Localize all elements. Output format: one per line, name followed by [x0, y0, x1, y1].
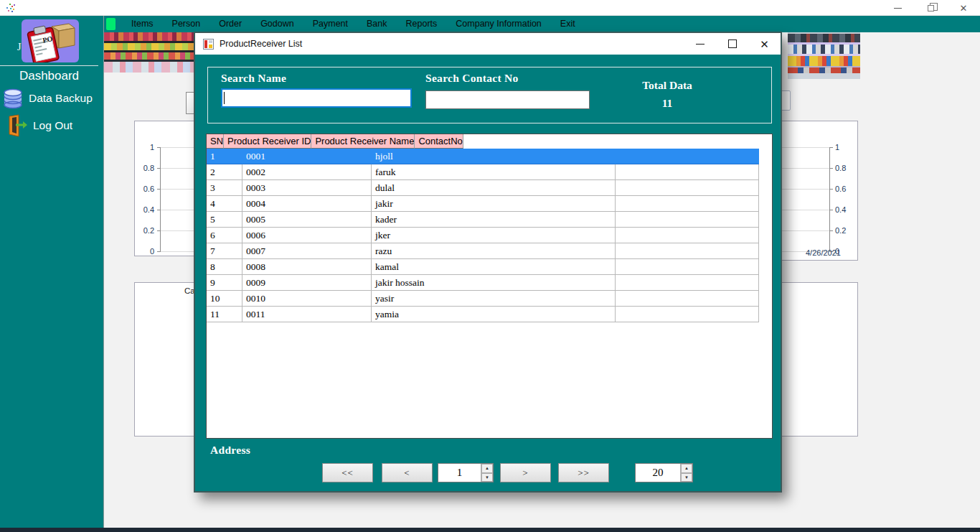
grid-cell-contact — [616, 275, 759, 291]
grid-column-header[interactable]: Product Receiver Name — [311, 134, 415, 149]
product-receiver-dialog: ProductReceiver List ✕ Search Name Searc… — [194, 32, 782, 493]
grid-cell-id: 0003 — [242, 180, 372, 196]
grid-cell-id: 0005 — [242, 212, 372, 228]
page-size-input[interactable] — [636, 464, 680, 482]
search-contact-input[interactable] — [425, 90, 590, 109]
y-tick-label: 0.6 — [835, 185, 857, 193]
dialog-body: Search Name Search Contact No Total Data… — [195, 55, 781, 491]
dialog-close-button[interactable]: ✕ — [748, 33, 781, 55]
page-number-stepper: ▲ ▼ — [438, 463, 494, 482]
y-tick-label: 1 — [135, 143, 154, 151]
dialog-title: ProductReceiver List — [220, 39, 302, 49]
y-tick-label: 0.8 — [135, 164, 154, 172]
total-data-block: Total Data 11 — [610, 79, 725, 110]
grid-cell-id: 0011 — [242, 307, 372, 322]
menu-item[interactable]: Godown — [251, 16, 303, 32]
grid-row[interactable]: 11 0011 yamia — [207, 307, 772, 322]
grid-cell-id: 0009 — [242, 275, 372, 291]
grid-cell-contact — [616, 259, 759, 275]
up-arrow-icon: ▲ — [485, 466, 489, 470]
grid-row[interactable]: 1 0001 hjoll — [207, 149, 772, 164]
sidebar-item-dashboard[interactable]: Dashboard — [0, 69, 98, 83]
grid-cell-contact — [616, 164, 759, 180]
sidebar-item-logout[interactable]: Log Out — [7, 113, 72, 138]
grid-cell-id: 0007 — [242, 243, 372, 259]
y-tick-label: 0 — [135, 247, 154, 256]
screen: ✕ J PO — [0, 0, 980, 532]
grid-cell-id: 0002 — [242, 164, 372, 180]
search-name-input[interactable] — [221, 88, 412, 108]
grid-column-header[interactable]: SN — [207, 134, 224, 149]
restore-button[interactable] — [914, 0, 947, 16]
grid-cell-sn: 3 — [207, 180, 242, 196]
app-icon — [5, 2, 17, 14]
grid-cell-id: 0004 — [242, 196, 372, 212]
grid-row[interactable]: 6 0006 jker — [207, 228, 772, 243]
maximize-icon — [728, 39, 737, 48]
menu-item[interactable]: Order — [209, 16, 251, 32]
grid-row[interactable]: 10 0010 yasir — [207, 291, 772, 307]
last-page-button[interactable]: >> — [558, 463, 609, 482]
menu-grip-icon — [106, 18, 116, 30]
spin-down-button[interactable]: ▼ — [481, 473, 493, 482]
close-button[interactable]: ✕ — [947, 0, 980, 16]
grid-cell-sn: 1 — [207, 149, 242, 164]
menu-item[interactable]: Items — [122, 16, 163, 32]
sidebar-item-data-backup[interactable]: Data Backup — [3, 86, 93, 111]
y-tick-label: 0.4 — [835, 205, 857, 214]
grid-row[interactable]: 8 0008 kamal — [207, 259, 772, 275]
grid-row[interactable]: 7 0007 razu — [207, 243, 772, 259]
search-name-label: Search Name — [221, 72, 286, 85]
grid-column-header[interactable]: ContactNo — [415, 134, 463, 149]
menu-item[interactable]: Bank — [357, 16, 397, 32]
dialog-maximize-button[interactable] — [716, 33, 748, 55]
close-icon: ✕ — [960, 4, 968, 13]
dialog-minimize-button[interactable] — [684, 33, 716, 55]
prev-page-button[interactable]: < — [382, 463, 433, 482]
grid-cell-id: 0010 — [242, 291, 372, 307]
grid-cell-name: faruk — [372, 164, 616, 180]
menu-item[interactable]: Exit — [551, 16, 585, 32]
grid-cell-contact — [616, 212, 759, 228]
grid-row[interactable]: 3 0003 dulal — [207, 180, 772, 196]
sidebar: J PO — [0, 16, 104, 528]
page-number-input[interactable] — [438, 464, 481, 482]
spin-down-button[interactable]: ▼ — [681, 473, 692, 482]
minimize-icon — [696, 44, 705, 45]
dialog-titlebar[interactable]: ProductReceiver List ✕ — [195, 33, 781, 55]
y-tick-label: 0.2 — [135, 226, 154, 235]
grid-cell-id: 0006 — [242, 228, 372, 243]
product-receiver-grid: SN Product Receiver ID Product Receiver … — [206, 134, 773, 439]
grid-row[interactable]: 2 0002 faruk — [207, 164, 772, 180]
taskbar-strip[interactable] — [0, 528, 980, 532]
down-arrow-icon: ▼ — [684, 475, 689, 480]
menu-item[interactable]: Reports — [397, 16, 447, 32]
menu-item[interactable]: Company Information — [446, 16, 551, 32]
grid-cell-sn: 4 — [207, 196, 242, 212]
minimize-icon — [894, 8, 902, 9]
up-arrow-icon: ▲ — [684, 466, 689, 470]
sidebar-item-label: Log Out — [33, 119, 72, 132]
next-page-button[interactable]: > — [500, 463, 551, 482]
spin-up-button[interactable]: ▲ — [681, 464, 692, 473]
total-data-label: Total Data — [610, 79, 725, 92]
grid-cell-sn: 7 — [207, 243, 242, 259]
grid-cell-sn: 5 — [207, 212, 242, 228]
spin-up-button[interactable]: ▲ — [481, 464, 493, 473]
grid-row[interactable]: 9 0009 jakir hossain — [207, 275, 772, 291]
menu-item[interactable]: Person — [163, 16, 210, 32]
grid-cell-name: jakir hossain — [372, 275, 616, 291]
grid-cell-sn: 2 — [207, 164, 242, 180]
minimize-button[interactable] — [881, 0, 914, 16]
grid-row[interactable]: 4 0004 jakir — [207, 196, 772, 212]
grid-row[interactable]: 5 0005 kader — [207, 212, 772, 228]
grid-cell-sn: 10 — [207, 291, 242, 307]
grid-cell-contact — [616, 307, 759, 322]
menu-item[interactable]: Payment — [303, 16, 357, 32]
first-page-button[interactable]: << — [322, 463, 373, 482]
grid-column-header[interactable]: Product Receiver ID — [224, 134, 311, 149]
grid-cell-id: 0001 — [242, 149, 372, 164]
window-controls: ✕ — [881, 0, 980, 16]
grid-cell-id: 0008 — [242, 259, 372, 275]
y-tick-label: 0.4 — [135, 205, 154, 214]
